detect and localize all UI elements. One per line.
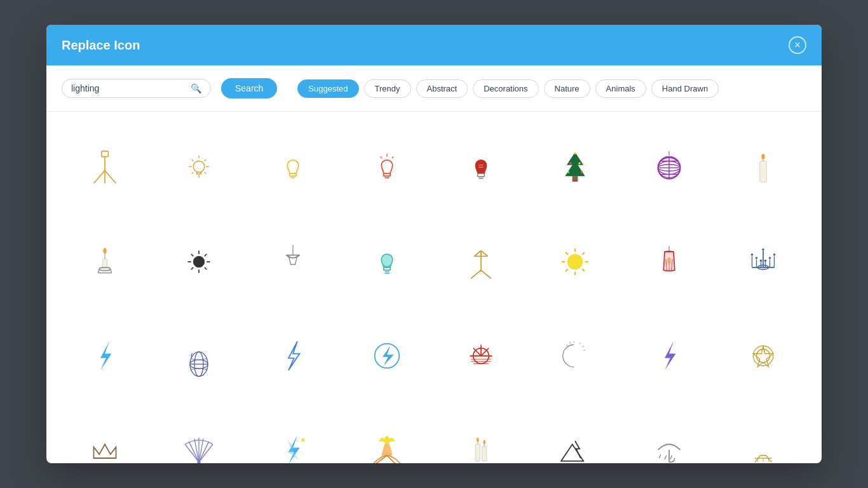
svg-point-53 — [103, 248, 106, 254]
svg-line-78 — [481, 270, 491, 278]
icon-sun-geometric[interactable] — [720, 313, 806, 399]
icon-crown-small[interactable] — [62, 407, 148, 463]
icon-fan-spread[interactable] — [156, 407, 242, 463]
icon-sun-rising[interactable] — [438, 313, 524, 399]
svg-line-65 — [205, 268, 207, 270]
icon-lightning-purple[interactable] — [626, 313, 712, 399]
svg-marker-136 — [665, 341, 676, 370]
icon-disco-ball[interactable] — [626, 125, 712, 211]
icon-menorah-blue[interactable] — [720, 219, 806, 305]
icon-rain-umbrella[interactable] — [626, 407, 712, 463]
icon-light-bulb-yellow[interactable] — [250, 125, 336, 211]
svg-line-11 — [205, 172, 207, 174]
svg-line-67 — [191, 268, 194, 270]
icon-energy-star[interactable] — [250, 407, 336, 463]
svg-point-36 — [569, 162, 572, 165]
tab-abstract[interactable]: Abstract — [416, 79, 468, 98]
svg-line-77 — [471, 270, 481, 278]
icon-moon-crescent[interactable] — [532, 313, 618, 399]
icon-sun-black[interactable] — [156, 219, 242, 305]
icon-grid-container[interactable] — [46, 112, 822, 463]
close-button[interactable]: × — [789, 36, 806, 54]
svg-point-152 — [484, 440, 486, 444]
icon-sun-yellow[interactable] — [532, 219, 618, 305]
search-button[interactable]: Search — [221, 78, 277, 98]
icon-globe-outline[interactable] — [156, 313, 242, 399]
icon-light-bulb-dark-red[interactable] — [438, 125, 524, 211]
icon-christmas-tree[interactable] — [532, 125, 618, 211]
svg-point-82 — [567, 254, 583, 270]
modal-title: Replace Icon — [62, 38, 140, 53]
svg-line-130 — [569, 342, 571, 344]
svg-line-64 — [191, 254, 194, 257]
svg-point-39 — [581, 171, 583, 173]
svg-line-154 — [659, 454, 661, 458]
tab-decorations[interactable]: Decorations — [473, 79, 538, 98]
svg-marker-117 — [288, 341, 300, 370]
icon-light-stand[interactable] — [438, 219, 524, 305]
svg-point-107 — [764, 260, 767, 262]
svg-rect-34 — [573, 176, 578, 182]
icon-explosion[interactable] — [344, 407, 430, 463]
icon-two-candles[interactable] — [438, 407, 524, 463]
svg-rect-49 — [760, 161, 767, 182]
search-input[interactable] — [71, 83, 186, 93]
svg-rect-147 — [475, 444, 480, 461]
search-wrapper: 🔍 — [62, 79, 211, 98]
svg-point-103 — [751, 254, 754, 256]
svg-point-151 — [477, 438, 479, 442]
svg-line-10 — [192, 159, 194, 161]
icon-light-bulb-red[interactable] — [344, 125, 430, 211]
icon-grid — [62, 125, 806, 463]
icon-lightning-blue[interactable] — [62, 313, 148, 399]
icon-tripod-light[interactable] — [62, 125, 148, 211]
tab-nature[interactable]: Nature — [544, 79, 590, 98]
svg-point-35 — [574, 152, 576, 155]
svg-line-56 — [98, 269, 100, 273]
search-icon: 🔍 — [191, 83, 201, 93]
icon-candle-holder[interactable] — [62, 219, 148, 305]
icon-lightning-blue-outline[interactable] — [250, 313, 336, 399]
svg-line-115 — [191, 353, 193, 356]
svg-point-59 — [193, 256, 205, 268]
svg-line-25 — [381, 157, 383, 159]
svg-line-12 — [205, 159, 207, 161]
svg-marker-110 — [100, 341, 112, 370]
svg-line-89 — [582, 252, 585, 255]
icon-lantern-red[interactable] — [626, 219, 712, 305]
svg-point-5 — [193, 161, 205, 173]
svg-line-81 — [481, 251, 488, 257]
tab-trendy[interactable]: Trendy — [364, 79, 411, 98]
icon-eye-rays[interactable] — [720, 407, 806, 463]
tab-animals[interactable]: Animals — [595, 79, 646, 98]
svg-point-109 — [773, 254, 776, 256]
svg-line-131 — [566, 345, 568, 346]
svg-line-87 — [566, 252, 568, 255]
icon-candle[interactable] — [720, 125, 806, 211]
tab-suggested[interactable]: Suggested — [297, 79, 358, 98]
svg-marker-119 — [383, 346, 394, 366]
svg-point-38 — [567, 171, 570, 173]
icon-pendant-light[interactable] — [250, 219, 336, 305]
svg-line-66 — [205, 254, 207, 257]
replace-icon-modal: Replace Icon × 🔍 Search Suggested Trendy… — [46, 25, 822, 463]
svg-line-155 — [665, 456, 667, 459]
svg-point-104 — [756, 257, 758, 259]
icon-mountain-lightning[interactable] — [532, 407, 618, 463]
svg-line-134 — [582, 346, 584, 347]
svg-point-51 — [761, 154, 764, 159]
svg-line-26 — [392, 157, 394, 159]
icon-light-bulb-teal[interactable] — [344, 219, 430, 305]
svg-point-108 — [769, 257, 771, 259]
modal-toolbar: 🔍 Search Suggested Trendy Abstract Decor… — [46, 65, 822, 112]
svg-line-2 — [94, 170, 105, 183]
svg-point-138 — [757, 349, 770, 363]
svg-rect-148 — [482, 447, 487, 461]
svg-point-93 — [667, 257, 672, 264]
svg-line-13 — [192, 172, 194, 174]
filter-tabs: Suggested Trendy Abstract Decorations Na… — [297, 79, 719, 98]
icon-lightning-circle[interactable] — [344, 313, 430, 399]
icon-light-bulb-rays[interactable] — [156, 125, 242, 211]
svg-line-3 — [105, 170, 116, 183]
tab-hand-drawn[interactable]: Hand Drawn — [651, 79, 719, 98]
